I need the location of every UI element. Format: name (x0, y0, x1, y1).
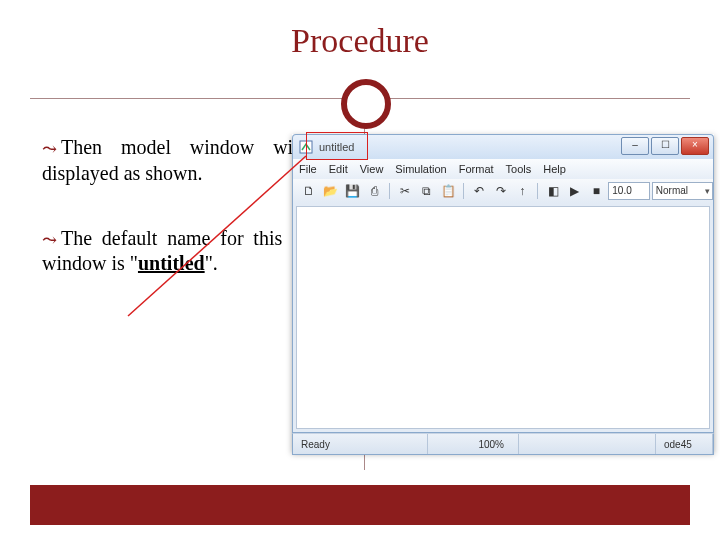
menu-bar: File Edit View Simulation Format Tools H… (292, 159, 714, 179)
status-ready: Ready (293, 434, 428, 454)
menu-simulation[interactable]: Simulation (395, 163, 446, 175)
paste-icon[interactable]: 📋 (438, 181, 458, 201)
status-zoom: 100% (428, 434, 519, 454)
status-solver: ode45 (656, 434, 713, 454)
run-icon[interactable]: ▶ (565, 181, 585, 201)
bullet-icon: ⤳ (42, 229, 57, 252)
slide-title: Procedure (0, 22, 720, 60)
minimize-button[interactable]: – (621, 137, 649, 155)
stop-time-field[interactable]: 10.0 (608, 182, 649, 200)
stop-icon[interactable]: ■ (587, 181, 607, 201)
print-icon[interactable]: ⎙ (364, 181, 384, 201)
model-canvas[interactable] (296, 206, 710, 429)
window-controls: – ☐ × (621, 137, 709, 155)
save-icon[interactable]: 💾 (342, 181, 362, 201)
menu-view[interactable]: View (360, 163, 384, 175)
toolbar-sep (537, 183, 538, 199)
cut-icon[interactable]: ✂ (395, 181, 415, 201)
sim-mode-select[interactable]: Normal (652, 182, 713, 200)
titlebar[interactable]: untitled – ☐ × (292, 134, 714, 159)
toolbar: 🗋 📂 💾 ⎙ ✂ ⧉ 📋 ↶ ↷ ↑ ◧ ▶ ■ 10.0 Normal (292, 179, 714, 203)
canvas-frame (292, 203, 714, 433)
slide: Procedure ⤳Then model window will be dis… (0, 0, 720, 540)
status-blank (519, 434, 656, 454)
menu-format[interactable]: Format (459, 163, 494, 175)
menu-help[interactable]: Help (543, 163, 566, 175)
model-window: untitled – ☐ × File Edit View Simulation… (292, 134, 714, 452)
menu-edit[interactable]: Edit (329, 163, 348, 175)
new-icon[interactable]: 🗋 (299, 181, 319, 201)
maximize-button[interactable]: ☐ (651, 137, 679, 155)
window-title: untitled (319, 141, 354, 153)
footer-bar (30, 485, 690, 525)
open-icon[interactable]: 📂 (321, 181, 341, 201)
menu-tools[interactable]: Tools (506, 163, 532, 175)
bullet-icon: ⤳ (42, 138, 57, 161)
title-circle-ornament (341, 79, 391, 129)
redo-icon[interactable]: ↷ (491, 181, 511, 201)
status-bar: Ready 100% ode45 (292, 433, 714, 455)
config-icon[interactable]: ◧ (543, 181, 563, 201)
toolbar-sep (389, 183, 390, 199)
copy-icon[interactable]: ⧉ (417, 181, 437, 201)
undo-icon[interactable]: ↶ (469, 181, 489, 201)
toolbar-sep (463, 183, 464, 199)
up-icon[interactable]: ↑ (512, 181, 532, 201)
close-button[interactable]: × (681, 137, 709, 155)
menu-file[interactable]: File (299, 163, 317, 175)
app-icon (299, 140, 313, 154)
